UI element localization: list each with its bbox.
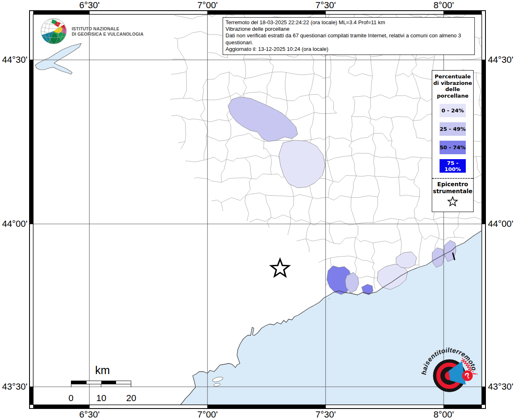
scale-segment (101, 381, 116, 384)
scale-bar-unit: km (95, 364, 110, 377)
axis-label-left: 44°00' (2, 219, 27, 229)
axis-label-top: 8°00' (433, 0, 454, 11)
legend-title-line: Percentuale (432, 73, 473, 80)
frame-band-black (482, 60, 485, 224)
axis-label-bottom: 7°30' (315, 409, 336, 420)
axis-label-top: 7°00' (197, 0, 218, 11)
info-line-effect: Vibrazione delle porcellane (226, 26, 472, 32)
scale-bar-segments (71, 381, 131, 384)
epicenter-star-icon (447, 196, 459, 208)
scale-tick (101, 384, 101, 387)
frame-band-black (33, 405, 89, 408)
info-line-updated: Aggiornato il: 13-12-2025 10:24 (ora loc… (226, 46, 472, 52)
ingv-branding: ISTITUTO NAZIONALE DI GEOFISICA E VULCAN… (40, 18, 150, 45)
ingv-globe-icon (40, 18, 68, 45)
seismic-intensity-map-page: ISTITUTO NAZIONALE DI GEOFISICA E VULCAN… (0, 0, 515, 420)
earthquake-info-box: Terremoto del 18-03-2025 22:24:22 (ora l… (223, 17, 475, 55)
legend-class-swatch: 75 - 100% (440, 159, 466, 173)
scale-tick-label: 20 (126, 393, 136, 404)
legend-separator (432, 178, 473, 179)
scale-tick (71, 384, 71, 387)
info-line-source: Dati non verificati estratti da 67 quest… (226, 32, 472, 46)
frame-band-black (207, 405, 326, 408)
axis-label-right: 44°30' (488, 55, 513, 65)
axis-label-left: 43°30' (2, 381, 27, 392)
frame-band-black (444, 11, 482, 14)
legend-box: Percentuale di vibrazione delle porcella… (432, 70, 474, 212)
haisentitoilterremoto-logo: ? haisentitoilterremoto.it www. (415, 338, 484, 414)
scale-segment (116, 381, 131, 384)
frame-band-black (33, 11, 89, 14)
frame-band-black (30, 60, 33, 224)
legend-epicenter-label: strumentale (432, 188, 473, 195)
axis-label-left: 44°30' (2, 55, 27, 65)
scale-segment (87, 381, 102, 384)
axis-label-bottom: 7°00' (197, 409, 218, 420)
axis-label-right: 43°30' (488, 381, 513, 392)
legend-class-swatch: 50 - 74% (440, 141, 466, 154)
legend-class-swatch: 25 - 49% (440, 122, 466, 136)
legend-title-line: porcellane (432, 93, 473, 99)
ingv-org-line2: DI GEOFISICA E VULCANOLOGIA (72, 32, 144, 37)
axis-label-right: 44°00' (488, 219, 513, 229)
frame-band-black (30, 387, 33, 405)
legend-title-line: delle (432, 86, 473, 93)
legend-class-swatch: 0 - 24% (440, 104, 466, 117)
info-line-event: Terremoto del 18-03-2025 22:24:22 (ora l… (226, 19, 472, 26)
scale-segment (71, 381, 87, 384)
scale-tick-label: 10 (96, 393, 106, 404)
ingv-org-line1: ISTITUTO NAZIONALE (72, 26, 144, 32)
scale-tick (131, 384, 131, 387)
ingv-org-name: ISTITUTO NAZIONALE DI GEOFISICA E VULCAN… (72, 26, 144, 37)
frame-band-black (207, 11, 326, 14)
legend-classes: 0 - 24%25 - 49%50 - 74%75 - 100% (432, 104, 473, 173)
scale-tick-label: 0 (68, 393, 73, 404)
legend-title-line: di vibrazione (432, 80, 473, 87)
axis-label-bottom: 6°30' (79, 409, 100, 420)
legend-title: Percentuale di vibrazione delle porcella… (432, 73, 473, 99)
legend-epicenter-label: Epicentro (432, 181, 473, 188)
axis-label-top: 6°30' (79, 0, 100, 11)
axis-label-top: 7°30' (315, 0, 336, 11)
